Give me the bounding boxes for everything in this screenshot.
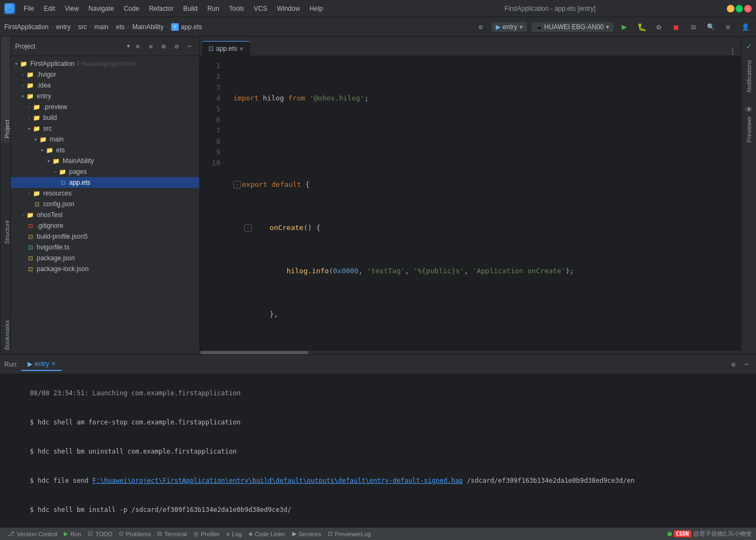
hap-file-link[interactable]: F:\huawei\project\FirstApplication\entry… [92,477,463,484]
bookmarks-edge-label[interactable]: Bookmarks [0,248,10,354]
menu-navigate[interactable]: Navigate [84,4,118,14]
minimize-button[interactable]: ─ [727,5,734,12]
tree-buildprofile[interactable]: ⊡ build-profile.json5 [11,231,199,242]
notifications-label[interactable]: Notifications [746,60,752,92]
project-edge-label[interactable]: Project [0,37,10,143]
tree-packagelock[interactable]: ⊡ package-lock.json [11,264,199,274]
profile-button[interactable]: ⚙ [652,21,665,33]
bottom-tabs-bar: Run: ▶ entry ✕ ⚙ ─ [0,355,756,374]
maximize-button[interactable]: □ [735,5,743,12]
term-line-4: $ hdc file send F:\huawei\project\FirstA… [6,466,750,495]
search-button[interactable]: 🔍 [704,21,717,33]
tree-main[interactable]: ▾ 📁 main [11,134,199,145]
tree-gitignore[interactable]: ⊡ .gitignore [11,220,199,231]
window-controls: ─ □ ✕ [727,5,752,12]
tree-packagejson[interactable]: ⊡ package.json [11,253,199,264]
menu-file[interactable]: File [19,4,38,14]
menu-window[interactable]: Window [273,4,305,14]
status-run[interactable]: ▶ Run [60,530,84,537]
tree-ohostest[interactable]: › 📁 ohosTest [11,210,199,220]
tree-configjson[interactable]: ⊡ config.json [11,199,199,210]
settings-nav-icon[interactable]: ⚙ [474,21,487,33]
tree-hvigorfile[interactable]: ⊡ hvigorfile.ts [11,242,199,253]
code-editor[interactable]: 1 2 3 4 5 6 7 8 9 10 import hilog from '… [200,56,741,350]
menu-run[interactable]: Run [203,4,224,14]
status-previewer-log[interactable]: ⊡ PreviewerLog [325,530,374,537]
tree-preview[interactable]: › 📁 .preview [11,102,199,112]
status-services[interactable]: ▶ Services [289,530,325,537]
tree-idea[interactable]: › 📁 .idea [11,80,199,91]
tree-appets[interactable]: ⊡ app.ets [11,177,199,188]
coverage-button[interactable]: ⊡ [687,21,700,33]
breadcrumb-ets[interactable]: ets [116,23,125,31]
run-status-icon: ▶ [64,530,68,537]
bottom-minimize-btn[interactable]: ─ [741,359,752,370]
status-log[interactable]: ≡ Log [223,531,245,537]
close-button[interactable]: ✕ [744,5,752,12]
status-terminal[interactable]: ⊟ Terminal [154,530,190,537]
menu-build[interactable]: Build [179,4,202,14]
add-module-btn[interactable]: ⊕ [132,41,143,52]
structure-edge-label[interactable]: Structure [0,143,10,248]
collapse-all-btn[interactable]: ≡ [145,41,156,52]
packagejson-file-icon: ⊡ [26,254,35,262]
tree-pages[interactable]: › 📁 pages [11,166,199,177]
menu-refactor[interactable]: Refactor [145,4,178,14]
menu-view[interactable]: View [60,4,83,14]
run-button[interactable]: ▶ [618,21,631,33]
bottom-tab-run[interactable]: ▶ entry ✕ [21,358,62,371]
menu-tools[interactable]: Tools [225,4,248,14]
expand-all-btn[interactable]: ⊞ [158,41,169,52]
close-panel-btn[interactable]: ─ [184,41,195,52]
status-version-control[interactable]: ⎇ Version Control [4,530,60,537]
code-content[interactable]: import hilog from '@ohos.hilog'; - expor… [227,56,741,350]
tree-mainability[interactable]: ▾ 📁 MainAbility [11,156,199,166]
breadcrumb-entry[interactable]: entry [56,23,71,31]
tree-build[interactable]: › 📁 build [11,112,199,123]
fold-icon-4[interactable]: - [244,224,252,232]
breadcrumb-appets[interactable]: app.ets [181,23,202,31]
menu-edit[interactable]: Edit [39,4,59,14]
tree-entry[interactable]: ▾ 📁 entry [11,91,199,102]
breadcrumb-main[interactable]: main [94,23,109,31]
account-button[interactable]: 👤 [739,21,752,33]
status-profiler[interactable]: ◎ Profiler [190,530,223,537]
idea-folder-icon: 📁 [26,81,35,90]
project-panel-title: Project [15,43,125,50]
fold-icon-3[interactable]: - [233,181,241,188]
run-tab-close[interactable]: ✕ [51,361,56,367]
breadcrumb-src[interactable]: src [78,23,87,31]
run-config-selector[interactable]: ▶ entry ▾ [491,22,527,32]
previewer-label[interactable]: Previewer [746,116,752,143]
tree-src[interactable]: ▾ 📁 src [11,123,199,134]
tab-close-btn[interactable]: ✕ [239,46,244,52]
device-selector[interactable]: 📱 HUAWEI EBG-AN00 ▾ [531,22,613,32]
tree-resources[interactable]: › 📁 resources [11,188,199,199]
tab-appets[interactable]: ⊡ app.ets ✕ [202,41,250,56]
status-code-linter[interactable]: ◈ Code Linter [245,530,289,537]
tree-hvigor[interactable]: › 📁 .hvigor [11,69,199,80]
menu-code[interactable]: Code [119,4,144,14]
status-problems[interactable]: ⊙ Problems [116,530,154,537]
menu-vcs[interactable]: VCS [249,4,272,14]
stop-button[interactable]: ■ [670,21,683,33]
problems-icon: ⊙ [119,530,124,537]
check-icon: ✓ [744,39,754,53]
configjson-file-icon: ⊡ [32,200,41,208]
menu-help[interactable]: Help [305,4,327,14]
bottom-settings-btn[interactable]: ⚙ [728,359,739,370]
status-todo[interactable]: ☑ TODO [84,530,116,537]
eye-icon[interactable]: 👁 [743,103,755,116]
terminal-content[interactable]: 08/08 23:54:51: Launching com.example.fi… [0,374,756,527]
settings-button[interactable]: ⚙ [721,21,734,33]
debug-button[interactable]: 🐛 [635,21,648,33]
breadcrumb-firstapp[interactable]: FirstApplication [4,23,49,31]
settings-panel-btn[interactable]: ⚙ [171,41,182,52]
status-bar: ⎇ Version Control ▶ Run ☑ TODO ⊙ Problem… [0,527,756,540]
horizontal-scrollbar[interactable] [200,350,741,354]
nav-bar: FirstApplication › entry › src › main › … [0,17,756,37]
tree-ets[interactable]: ▾ 📁 ets [11,145,199,156]
tab-more-btn[interactable]: ⋮ [727,47,739,56]
breadcrumb-mainability[interactable]: MainAbility [132,23,164,31]
tree-root[interactable]: ▾ 📁 FirstApplication F:\huawei\project\F… [11,58,199,69]
